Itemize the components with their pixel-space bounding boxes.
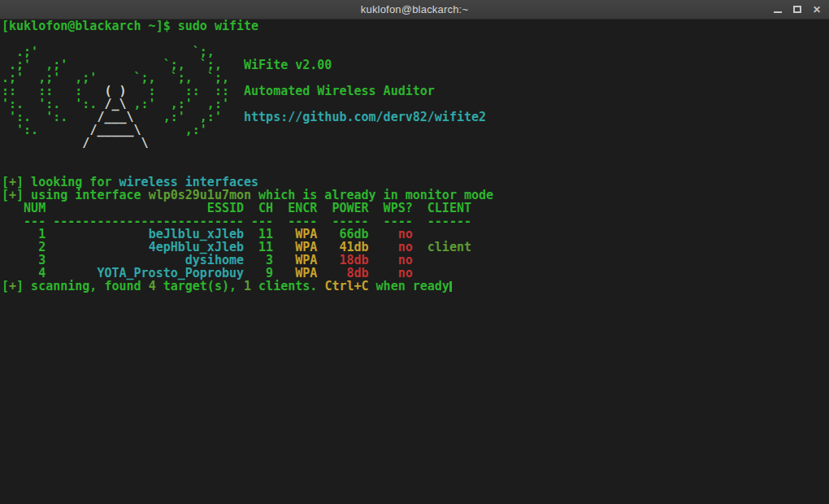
terminal-line <box>2 33 829 46</box>
terminal-line: .;' ,;' ,;' `;, `;, `;, <box>2 72 829 85</box>
terminal-line <box>2 163 829 176</box>
text-segment: ] scanning, found <box>16 279 149 293</box>
terminal-screen[interactable]: [kuklofon@blackarch ~]$ sudo wifite .;' … <box>0 20 829 504</box>
terminal-line: 1 beJlblu_xJleb 11 WPA 66db no <box>2 228 829 241</box>
text-segment: + <box>9 279 16 293</box>
terminal-line: 4 YOTA_Prosto_Poprobuy 9 WPA 8db no <box>2 267 829 280</box>
terminal-line: 2 4epHblu_xJleb 11 WPA 41db no client <box>2 241 829 254</box>
terminal-line: ':. ':. /___\ ,:' ,:' https://github.com… <box>2 111 829 124</box>
text-segment: / \ <box>82 136 148 150</box>
close-button[interactable]: ✕ <box>807 1 827 19</box>
window-title: kuklofon@blackarch:~ <box>361 3 468 15</box>
text-segment: Ctrl+C <box>324 279 368 293</box>
text-segment: ,:' <box>141 123 207 137</box>
text-segment: client <box>428 240 471 254</box>
terminal-line: --- -------------------------- --- ---- … <box>2 215 829 228</box>
text-cursor <box>449 281 452 292</box>
terminal-line: [+] scanning, found 4 target(s), 1 clien… <box>2 280 829 293</box>
terminal-line: [+] using interface wlp0s29u1u7mon which… <box>2 189 829 202</box>
window-controls: ✕ <box>768 0 827 19</box>
text-segment <box>2 136 82 150</box>
text-segment: 4 <box>149 279 156 293</box>
terminal-line: ':. ':. ':. /_\ ,:' ,:' ,:' <box>2 98 829 111</box>
close-icon: ✕ <box>813 5 821 15</box>
text-segment: Automated Wireless Auditor <box>244 84 435 98</box>
terminal-line: [kuklofon@blackarch ~]$ sudo wifite <box>2 20 829 33</box>
text-segment: target(s), <box>156 279 244 293</box>
minimize-icon <box>774 11 782 13</box>
terminal-line: NUM ESSID CH ENCR POWER WPS? CLIENT <box>2 202 829 215</box>
terminal-line: 3 dysihome 3 WPA 18db no <box>2 254 829 267</box>
terminal-line: .;' `;, <box>2 46 829 59</box>
terminal-line: .;' ,;' `;, `;, WiFite v2.00 <box>2 59 829 72</box>
maximize-button[interactable] <box>788 1 807 19</box>
terminal-line: / \ <box>2 137 829 150</box>
minimize-button[interactable] <box>768 1 788 19</box>
text-segment: [ <box>2 279 9 293</box>
terminal-window: kuklofon@blackarch:~ ✕ [kuklofon@blackar… <box>0 0 829 504</box>
title-bar[interactable]: kuklofon@blackarch:~ ✕ <box>0 0 829 20</box>
text-segment: 1 <box>244 279 251 293</box>
text-segment: [kuklofon@blackarch ~]$ sudo wifite <box>2 20 258 33</box>
terminal-line <box>2 150 829 163</box>
text-segment: when ready <box>369 279 449 293</box>
terminal-line: :: :: : ( ) : :: :: Automated Wireless A… <box>2 85 829 98</box>
terminal-line: [+] looking for wireless interfaces <box>2 176 829 189</box>
terminal-line: ':. /_____\ ,:' <box>2 124 829 137</box>
text-segment: https://github.com/derv82/wifite2 <box>244 110 486 124</box>
maximize-icon <box>793 6 801 13</box>
text-segment: WiFite v2.00 <box>244 58 332 72</box>
text-segment <box>413 240 428 254</box>
text-segment: clients. <box>251 279 324 293</box>
